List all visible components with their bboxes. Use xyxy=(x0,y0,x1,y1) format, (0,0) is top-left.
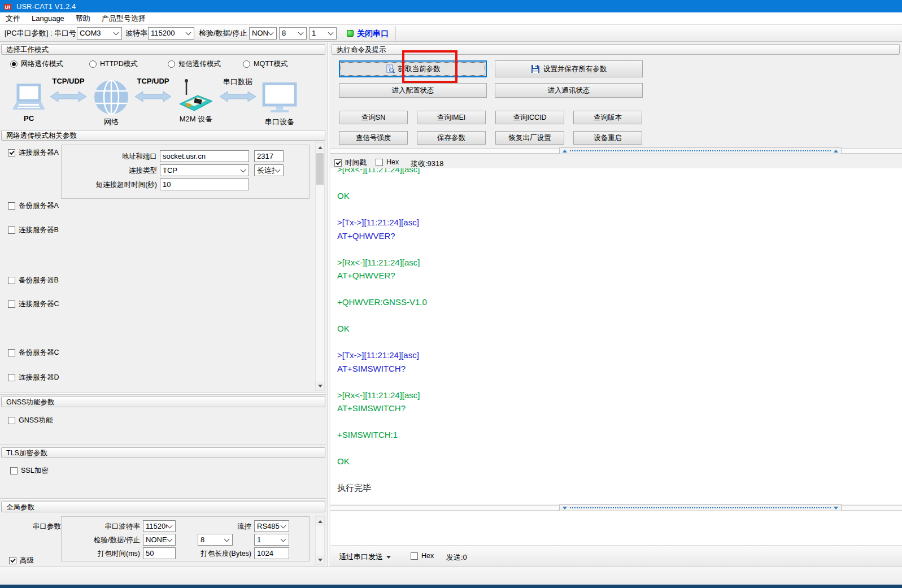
stopbits-select[interactable]: 1 xyxy=(309,27,337,40)
radio-net-transparent-mode[interactable]: 网络透传模式 xyxy=(10,59,63,69)
checkbox-connect-server-a[interactable]: 连接服务器A xyxy=(8,148,59,158)
log-line xyxy=(330,282,902,296)
log-top-splitter-handle[interactable] xyxy=(559,147,842,154)
query-signal-button[interactable]: 查信号强度 xyxy=(339,131,408,145)
checkbox-recv-hex[interactable]: Hex xyxy=(376,158,399,166)
query-imei-button[interactable]: 查询IMEI xyxy=(417,111,486,124)
send-top-splitter-handle[interactable] xyxy=(559,504,842,511)
global-params-scrollbar[interactable] xyxy=(315,516,325,565)
sent-count-label: 发送:0 xyxy=(446,552,467,563)
double-arrow-icon xyxy=(50,90,87,103)
serial-toolbar: [PC串口参数] : 串口号 COM3 波特率 115200 检验/数据/停止 … xyxy=(0,24,902,42)
log-line xyxy=(330,309,902,323)
section-separator xyxy=(0,393,326,395)
scroll-up-arrow[interactable] xyxy=(316,143,324,152)
checkbox-timestamp[interactable]: 时间戳 xyxy=(334,158,367,168)
serial-parity-select[interactable]: NONE xyxy=(143,534,176,546)
flow-control-select[interactable]: RS485 xyxy=(254,520,289,532)
factory-reset-button[interactable]: 恢复出厂设置 xyxy=(495,131,564,145)
device-restart-button[interactable]: 设备重启 xyxy=(573,131,642,145)
menu-product-model[interactable]: 产品型号选择 xyxy=(96,13,151,24)
server-a-port-input[interactable]: 2317 xyxy=(254,150,284,162)
scroll-down-arrow[interactable] xyxy=(316,381,324,390)
query-sn-button[interactable]: 查询SN xyxy=(339,111,408,124)
double-arrow-icon xyxy=(219,90,256,103)
conn-type-select[interactable]: TCP xyxy=(160,164,249,176)
menu-file[interactable]: 文件 xyxy=(0,13,26,24)
pack-length-label: 打包长度(Bytes) xyxy=(186,548,251,560)
conn-mode-select[interactable]: 长连接 xyxy=(254,164,284,176)
m2m-device-icon xyxy=(178,78,213,114)
chevron-down-icon xyxy=(328,30,334,36)
log-line: +QHWVER:GNSS-V1.0 xyxy=(330,295,902,309)
send-toolbar: 通过串口发送 Hex 发送:0 xyxy=(330,545,902,567)
chevron-down-icon xyxy=(275,167,281,172)
enter-config-state-button[interactable]: 进入配置状态 xyxy=(339,83,487,98)
status-bar xyxy=(0,567,902,585)
enter-comm-state-button[interactable]: 进入通讯状态 xyxy=(495,83,643,98)
checkbox-icon xyxy=(8,277,15,284)
log-output-area[interactable]: >[Rx<-][11:21:24][asc] OK >[Tx->][11:21:… xyxy=(330,168,902,504)
serial-device-monitor-icon xyxy=(262,82,297,114)
send-via-serial-button[interactable]: 通过串口发送 xyxy=(339,552,391,562)
menu-help[interactable]: 帮助 xyxy=(70,13,96,24)
checkbox-connect-server-c[interactable]: 连接服务器C xyxy=(8,299,59,309)
collapse-down-icon xyxy=(834,507,838,509)
short-conn-timeout-input[interactable]: 10 xyxy=(160,178,249,190)
parity-select[interactable]: NONE xyxy=(249,27,277,40)
checkbox-backup-server-b[interactable]: 备份服务器B xyxy=(8,276,59,285)
save-params-button[interactable]: 保存参数 xyxy=(417,131,486,145)
annotation-red-box xyxy=(402,50,457,83)
serial-baud-select[interactable]: 115200 xyxy=(143,520,176,532)
checkbox-backup-server-a[interactable]: 备份服务器A xyxy=(8,201,59,211)
set-save-all-params-button[interactable]: 设置并保存所有参数 xyxy=(495,60,643,77)
checkbox-icon xyxy=(8,349,15,356)
checkbox-ssl[interactable]: SSL加密 xyxy=(10,466,49,476)
serial-stopbits-select[interactable]: 1 xyxy=(254,534,289,546)
checkbox-send-hex[interactable]: Hex xyxy=(411,552,434,560)
chevron-down-icon xyxy=(268,30,274,36)
net-params-scrollbar[interactable] xyxy=(315,142,325,391)
radio-sms-mode[interactable]: 短信透传模式 xyxy=(168,59,221,69)
scroll-up-arrow[interactable] xyxy=(316,517,324,526)
pack-time-label: 打包时间(ms) xyxy=(79,548,140,560)
checkbox-icon xyxy=(8,417,15,424)
databits-select[interactable]: 8 xyxy=(279,27,307,40)
log-line xyxy=(330,203,902,216)
pack-time-input[interactable]: 50 xyxy=(143,547,176,559)
query-version-button[interactable]: 查询版本 xyxy=(573,111,642,124)
send-input-area[interactable] xyxy=(330,511,902,545)
chevron-down-icon xyxy=(167,536,173,542)
baud-select[interactable]: 115200 xyxy=(148,27,194,40)
pack-length-input[interactable]: 1024 xyxy=(254,547,289,559)
radio-httpd-mode[interactable]: HTTPD模式 xyxy=(89,59,138,69)
checkbox-advanced[interactable]: 高级 xyxy=(9,556,34,565)
scrollbar-thumb[interactable] xyxy=(316,153,324,185)
checkbox-connect-server-d[interactable]: 连接服务器D xyxy=(8,373,59,382)
log-line: AT+SIMSWITCH? xyxy=(330,402,902,415)
serial-databits-select[interactable]: 8 xyxy=(198,534,233,546)
parity-label: 检验/数据/停止 xyxy=(199,27,247,40)
checkbox-icon xyxy=(9,557,16,564)
checkbox-backup-server-c[interactable]: 备份服务器C xyxy=(8,348,59,358)
flow-control-label: 流控 xyxy=(225,521,251,533)
pc-serial-port-label: [PC串口参数] : 串口号 xyxy=(5,27,76,40)
radio-mqtt-mode[interactable]: MQTT模式 xyxy=(243,59,287,69)
global-params-header: 全局参数 xyxy=(1,502,325,512)
diagram-node-label: 网络 xyxy=(94,117,129,127)
com-port-select[interactable]: COM3 xyxy=(77,27,122,40)
checkbox-connect-server-b[interactable]: 连接服务器B xyxy=(8,225,59,235)
baud-label: 波特率 xyxy=(125,27,147,40)
server-a-address-input[interactable]: socket.usr.cn xyxy=(160,150,249,162)
log-line: >[Tx->][11:21:24][asc] xyxy=(330,216,902,229)
checkbox-gnss[interactable]: GNSS功能 xyxy=(8,416,53,425)
checkbox-icon xyxy=(8,300,15,308)
query-iccid-button[interactable]: 查询ICCID xyxy=(495,111,564,124)
diagram-node-label: 串口设备 xyxy=(262,117,297,127)
close-port-button[interactable]: 关闭串口 xyxy=(357,28,389,39)
scroll-down-arrow[interactable] xyxy=(316,555,324,564)
chevron-down-icon xyxy=(298,30,304,36)
app-icon xyxy=(3,2,12,11)
menu-language[interactable]: Language xyxy=(26,14,70,23)
double-arrow-icon xyxy=(134,90,172,103)
